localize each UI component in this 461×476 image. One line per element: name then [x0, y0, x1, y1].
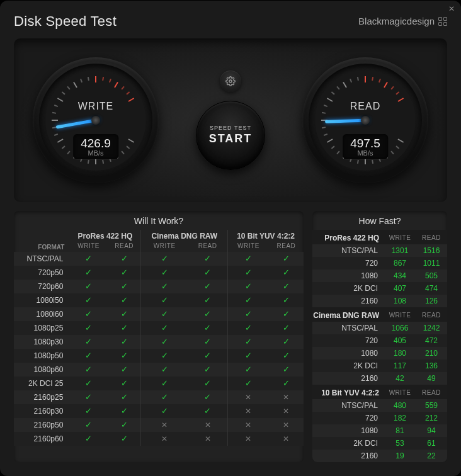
- cross-icon: ✕: [141, 418, 188, 432]
- table-row: 2K DCI 407 474: [312, 282, 447, 295]
- brand-logo-icon: [438, 17, 447, 26]
- write-value-cell: 480: [384, 399, 416, 412]
- check-icon: ✓: [69, 321, 108, 335]
- write-value-cell: 81: [384, 424, 416, 437]
- cross-icon: ✕: [269, 390, 304, 404]
- brand-text: Blackmagicdesign: [358, 16, 435, 26]
- fast-table: ProRes 422 HQ WRITE READNTSC/PAL 1301 15…: [312, 230, 447, 462]
- check-icon: ✓: [188, 363, 228, 377]
- start-button[interactable]: SPEED TEST START: [196, 101, 265, 170]
- check-icon: ✓: [108, 307, 141, 321]
- check-icon: ✓: [188, 390, 228, 404]
- start-small-label: SPEED TEST: [210, 125, 251, 131]
- app-title: Disk Speed Test: [14, 13, 117, 30]
- write-value-cell: 19: [384, 450, 416, 462]
- check-icon: ✓: [141, 280, 188, 293]
- write-value-cell: 867: [384, 257, 416, 269]
- read-value-cell: 61: [416, 437, 447, 450]
- format-cell: 2160: [312, 372, 384, 385]
- svg-point-0: [229, 80, 232, 82]
- table-row: NTSC/PAL 1066 1242: [312, 322, 447, 334]
- cross-icon: ✕: [269, 418, 304, 432]
- support-table: ProRes 422 HQ Cinema DNG RAW 10 Bit YUV …: [14, 230, 304, 446]
- format-cell: NTSC/PAL: [14, 252, 69, 266]
- format-cell: 720p60: [14, 280, 69, 293]
- table-row: 2160p30✓✓✓✓✕✕: [14, 404, 304, 418]
- write-value-cell: 117: [384, 360, 416, 372]
- check-icon: ✓: [69, 363, 108, 377]
- table-row: 2160 108 126: [312, 295, 447, 307]
- format-cell: 2160p60: [14, 432, 69, 446]
- check-icon: ✓: [69, 377, 108, 390]
- format-cell: 720: [312, 334, 384, 347]
- table-row: 2160 42 49: [312, 372, 447, 385]
- write-header: WRITE: [141, 242, 188, 252]
- table-row: 1080p30✓✓✓✓✓✓: [14, 335, 304, 349]
- check-icon: ✓: [269, 252, 304, 266]
- table-row: 2160p25✓✓✓✓✕✕: [14, 390, 304, 404]
- header: Disk Speed Test Blackmagicdesign: [14, 13, 447, 30]
- write-header: WRITE: [384, 385, 416, 399]
- format-cell: 2K DCI: [312, 282, 384, 295]
- check-icon: ✓: [188, 404, 228, 418]
- write-value-cell: 407: [384, 282, 416, 295]
- check-icon: ✓: [108, 252, 141, 266]
- write-readout: 426.9 MB/s: [73, 134, 118, 159]
- settings-button[interactable]: [220, 71, 241, 92]
- check-icon: ✓: [141, 293, 188, 307]
- table-row: 720 405 472: [312, 334, 447, 347]
- read-value-cell: 126: [416, 295, 447, 307]
- write-value-cell: 182: [384, 412, 416, 424]
- read-value-cell: 472: [416, 334, 447, 347]
- app-window: ✕ Disk Speed Test Blackmagicdesign WRITE…: [0, 1, 461, 476]
- check-icon: ✓: [228, 321, 269, 335]
- check-icon: ✓: [108, 293, 141, 307]
- check-icon: ✓: [188, 335, 228, 349]
- check-icon: ✓: [69, 266, 108, 280]
- check-icon: ✓: [228, 307, 269, 321]
- start-big-label: START: [209, 132, 253, 145]
- check-icon: ✓: [228, 293, 269, 307]
- table-row: 2160p60✓✓✕✕✕✕: [14, 432, 304, 446]
- read-gauge: READ 497.5 MB/s: [302, 57, 428, 183]
- format-cell: NTSC/PAL: [312, 244, 384, 257]
- check-icon: ✓: [228, 252, 269, 266]
- check-icon: ✓: [141, 390, 188, 404]
- read-value-cell: 22: [416, 450, 447, 462]
- check-icon: ✓: [188, 280, 228, 293]
- cross-icon: ✕: [228, 432, 269, 446]
- check-icon: ✓: [141, 363, 188, 377]
- cross-icon: ✕: [269, 404, 304, 418]
- check-icon: ✓: [269, 335, 304, 349]
- check-icon: ✓: [108, 349, 141, 363]
- check-icon: ✓: [269, 266, 304, 280]
- table-row: 1080p50✓✓✓✓✓✓: [14, 349, 304, 363]
- left-panel-title: Will It Work?: [14, 211, 304, 230]
- write-value-cell: 1301: [384, 244, 416, 257]
- table-row: 2K DCI 53 61: [312, 437, 447, 450]
- check-icon: ✓: [108, 418, 141, 432]
- read-value-cell: 94: [416, 424, 447, 437]
- table-row: 2160p50✓✓✕✕✕✕: [14, 418, 304, 432]
- cross-icon: ✕: [228, 418, 269, 432]
- write-value: 426.9: [81, 137, 111, 150]
- table-row: 1080 180 210: [312, 347, 447, 360]
- check-icon: ✓: [69, 335, 108, 349]
- format-cell: NTSC/PAL: [312, 399, 384, 412]
- check-icon: ✓: [141, 349, 188, 363]
- write-value-cell: 1066: [384, 322, 416, 334]
- read-value-cell: 49: [416, 372, 447, 385]
- read-value-cell: 474: [416, 282, 447, 295]
- read-header: READ: [108, 242, 141, 252]
- table-row: 1080i50✓✓✓✓✓✓: [14, 293, 304, 307]
- check-icon: ✓: [69, 293, 108, 307]
- table-row: NTSC/PAL✓✓✓✓✓✓: [14, 252, 304, 266]
- format-cell: 2160p25: [14, 390, 69, 404]
- table-row: NTSC/PAL 1301 1516: [312, 244, 447, 257]
- check-icon: ✓: [188, 266, 228, 280]
- read-value-cell: 1242: [416, 322, 447, 334]
- check-icon: ✓: [108, 280, 141, 293]
- check-icon: ✓: [69, 404, 108, 418]
- close-icon[interactable]: ✕: [447, 4, 456, 13]
- format-cell: 1080p30: [14, 335, 69, 349]
